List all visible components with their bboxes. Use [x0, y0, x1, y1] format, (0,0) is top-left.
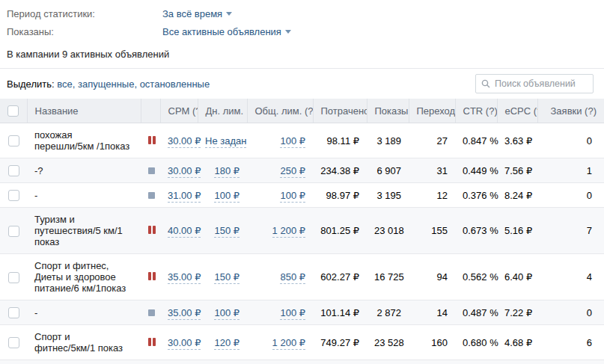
period-dropdown[interactable]: За всё время: [162, 8, 232, 19]
ad-name[interactable]: -: [27, 183, 141, 208]
select-label: Выделить:: [7, 78, 55, 90]
total-limit-value[interactable]: 1 200 ₽: [272, 225, 305, 238]
table-row: -35.00 ₽100 ₽100 ₽101.14 ₽2 872140.487 %…: [0, 300, 604, 325]
ctr-value: 0.531 %: [455, 360, 497, 364]
pause-icon[interactable]: [148, 136, 156, 144]
cpm-value[interactable]: 30.00 ₽: [168, 337, 201, 350]
shown-dropdown[interactable]: Все активные объявления: [162, 26, 291, 37]
total-limit-value[interactable]: 850 ₽: [280, 271, 305, 284]
stop-icon[interactable]: [148, 309, 155, 316]
search-box[interactable]: [475, 74, 594, 93]
daily-limit-value[interactable]: 100 ₽: [214, 190, 240, 203]
daily-limit-value-cell: 180 ₽: [198, 158, 247, 183]
header-ecpc: eCPC (?): [497, 99, 537, 123]
cpm-value[interactable]: 35.00 ₽: [168, 271, 201, 284]
row-checkbox[interactable]: [8, 190, 19, 201]
header-cpm: CPM (?): [160, 99, 198, 123]
row-checkbox[interactable]: [8, 307, 19, 318]
daily-limit-value[interactable]: 180 ₽: [214, 165, 240, 178]
period-value: За всё время: [162, 8, 222, 19]
campaign-info: В кампании 9 активных объявлений: [7, 49, 594, 60]
stop-icon[interactable]: [148, 192, 155, 199]
stop-icon[interactable]: [148, 167, 155, 174]
daily-limit-value-cell: Не задан: [198, 123, 247, 158]
cpm-value[interactable]: 30.00 ₽: [168, 165, 201, 178]
cpm-value[interactable]: 30.00 ₽: [168, 135, 201, 148]
pause-icon[interactable]: [148, 338, 156, 346]
row-select-cell: [0, 158, 27, 183]
clicks-value: 94: [409, 254, 455, 300]
shown-value: Все активные объявления: [162, 26, 281, 37]
impressions-value: 23 018: [367, 208, 409, 254]
cpm-value[interactable]: 35.00 ₽: [168, 307, 201, 320]
header-daily-limit: Дн. лим.: [198, 99, 247, 123]
select-running-link[interactable]: запущенные: [78, 78, 140, 90]
ad-name[interactable]: Спорт и фитнес, Диеты и здоровое питание…: [27, 254, 141, 300]
cpm-value-cell: 35.00 ₽: [160, 254, 198, 300]
cpm-value-cell: 30.00 ₽: [160, 158, 198, 183]
ecpc-value: 8.24 ₽: [497, 183, 537, 208]
select-links: Выделить: всезапущенныеостановленные: [7, 78, 210, 90]
daily-limit-value[interactable]: 150 ₽: [214, 271, 240, 284]
header-clicks: Переходы: [409, 99, 455, 123]
ctr-value: 0.562 %: [455, 254, 497, 300]
header-total-limit: Общ. лим. (?): [247, 99, 313, 123]
ctr-value: 0.449 %: [455, 158, 497, 183]
status-cell: [141, 325, 160, 360]
cpm-value[interactable]: 31.00 ₽: [168, 190, 201, 203]
total-limit-value-cell: 100 ₽: [247, 183, 313, 208]
total-limit-value[interactable]: 100 ₽: [280, 190, 305, 203]
select-stopped-link[interactable]: остановленные: [140, 78, 210, 90]
daily-limit-value[interactable]: 120 ₽: [214, 337, 240, 350]
leads-value: 0: [537, 300, 604, 325]
total-limit-value[interactable]: 100 ₽: [280, 307, 305, 320]
daily-limit-value[interactable]: 100 ₽: [214, 307, 240, 320]
pause-icon[interactable]: [148, 272, 156, 280]
pause-icon[interactable]: [148, 226, 156, 234]
header-spent: Потрачено: [313, 99, 367, 123]
search-input[interactable]: [495, 78, 588, 89]
impressions-value: 6 907: [367, 158, 409, 183]
ad-name[interactable]: Туризм и путешествия/5 км/1 показ: [27, 208, 141, 254]
daily-limit-value-cell: 100 ₽: [198, 300, 247, 325]
leads-value: 1: [537, 158, 604, 183]
status-cell: [141, 300, 160, 325]
leads-value: 4: [537, 254, 604, 300]
clicks-value: 155: [409, 208, 455, 254]
chevron-down-icon: [226, 12, 232, 16]
daily-limit-value[interactable]: Не задан: [205, 135, 246, 148]
cpm-value-cell: 40.00 ₽: [160, 208, 198, 254]
table-header-row: Название CPM (?) Дн. лим. Общ. лим. (?) …: [0, 99, 604, 123]
cpm-value[interactable]: 40.00 ₽: [168, 225, 201, 238]
ad-name[interactable]: -: [27, 300, 141, 325]
leads-value: 10: [537, 360, 604, 364]
total-limit-value[interactable]: 250 ₽: [280, 165, 305, 178]
clicks-value: 31: [409, 158, 455, 183]
ad-name[interactable]: Спорт и фитнес/5км/1 показ: [27, 325, 141, 360]
total-limit-value-cell: 1 200 ₽: [247, 325, 313, 360]
ecpc-value: 6.40 ₽: [497, 254, 537, 300]
ad-name[interactable]: похожая перешли/5км /1показ: [27, 123, 141, 158]
header-leads: Заявки (?): [537, 99, 604, 123]
spent-value: 749.27 ₽: [313, 325, 367, 360]
cpm-value-cell: 30.00 ₽: [160, 360, 198, 364]
select-all-checkbox[interactable]: [7, 105, 19, 117]
search-icon: [481, 79, 490, 88]
ad-name[interactable]: *группы/Минск/2 показа: [27, 360, 141, 364]
row-checkbox[interactable]: [8, 165, 19, 176]
total-limit-value[interactable]: 100 ₽: [280, 135, 305, 148]
spent-value: 98.97 ₽: [313, 183, 367, 208]
row-checkbox[interactable]: [8, 226, 19, 237]
ad-name[interactable]: -?: [27, 158, 141, 183]
daily-limit-value[interactable]: 150 ₽: [214, 225, 240, 238]
status-cell: [141, 360, 160, 364]
ecpc-value: 6.31 ₽: [497, 360, 537, 364]
row-checkbox[interactable]: [8, 272, 19, 283]
table-row: Туризм и путешествия/5 км/1 показ40.00 ₽…: [0, 208, 604, 254]
row-checkbox[interactable]: [8, 337, 19, 348]
ecpc-value: 7.56 ₽: [497, 158, 537, 183]
leads-value: 7: [537, 208, 604, 254]
row-checkbox[interactable]: [8, 135, 19, 146]
select-all-link[interactable]: все: [57, 78, 78, 90]
total-limit-value[interactable]: 1 200 ₽: [272, 337, 305, 350]
